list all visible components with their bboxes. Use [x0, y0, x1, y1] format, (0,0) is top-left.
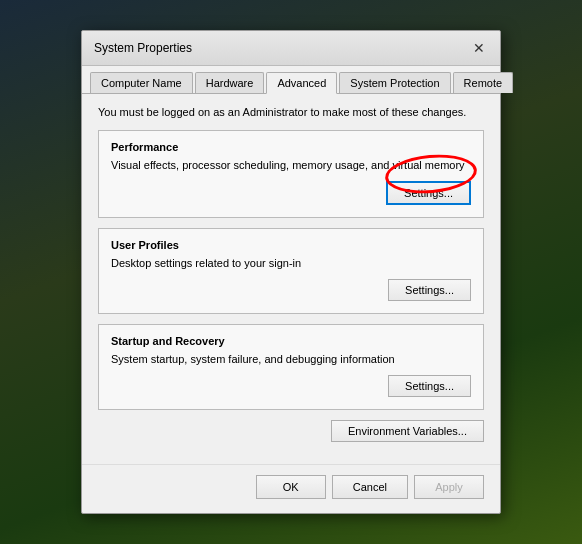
performance-title: Performance	[111, 141, 471, 153]
apply-button[interactable]: Apply	[414, 475, 484, 499]
user-profiles-settings-button[interactable]: Settings...	[388, 279, 471, 301]
dialog-content: You must be logged on as an Administrato…	[82, 94, 500, 464]
user-profiles-description: Desktop settings related to your sign-in	[111, 257, 471, 269]
startup-recovery-settings-button[interactable]: Settings...	[388, 375, 471, 397]
system-properties-dialog: System Properties ✕ Computer Name Hardwa…	[81, 30, 501, 514]
cancel-button[interactable]: Cancel	[332, 475, 408, 499]
startup-recovery-section: Startup and Recovery System startup, sys…	[98, 324, 484, 410]
startup-recovery-btn-row: Settings...	[111, 375, 471, 397]
env-variables-row: Environment Variables...	[98, 420, 484, 442]
tab-computer-name[interactable]: Computer Name	[90, 72, 193, 93]
tab-system-protection[interactable]: System Protection	[339, 72, 450, 93]
title-bar: System Properties ✕	[82, 31, 500, 66]
user-profiles-btn-row: Settings...	[111, 279, 471, 301]
close-button[interactable]: ✕	[470, 39, 488, 57]
tab-hardware[interactable]: Hardware	[195, 72, 265, 93]
startup-recovery-description: System startup, system failure, and debu…	[111, 353, 471, 365]
dialog-title: System Properties	[94, 41, 192, 55]
user-profiles-section: User Profiles Desktop settings related t…	[98, 228, 484, 314]
user-profiles-title: User Profiles	[111, 239, 471, 251]
environment-variables-button[interactable]: Environment Variables...	[331, 420, 484, 442]
bottom-button-bar: OK Cancel Apply	[82, 464, 500, 513]
tab-advanced[interactable]: Advanced	[266, 72, 337, 94]
startup-recovery-title: Startup and Recovery	[111, 335, 471, 347]
tab-remote[interactable]: Remote	[453, 72, 514, 93]
performance-section: Performance Visual effects, processor sc…	[98, 130, 484, 218]
tab-bar: Computer Name Hardware Advanced System P…	[82, 66, 500, 94]
ok-button[interactable]: OK	[256, 475, 326, 499]
performance-description: Visual effects, processor scheduling, me…	[111, 159, 471, 171]
performance-btn-row: Settings...	[111, 181, 471, 205]
admin-note: You must be logged on as an Administrato…	[98, 106, 484, 118]
performance-settings-button[interactable]: Settings...	[386, 181, 471, 205]
